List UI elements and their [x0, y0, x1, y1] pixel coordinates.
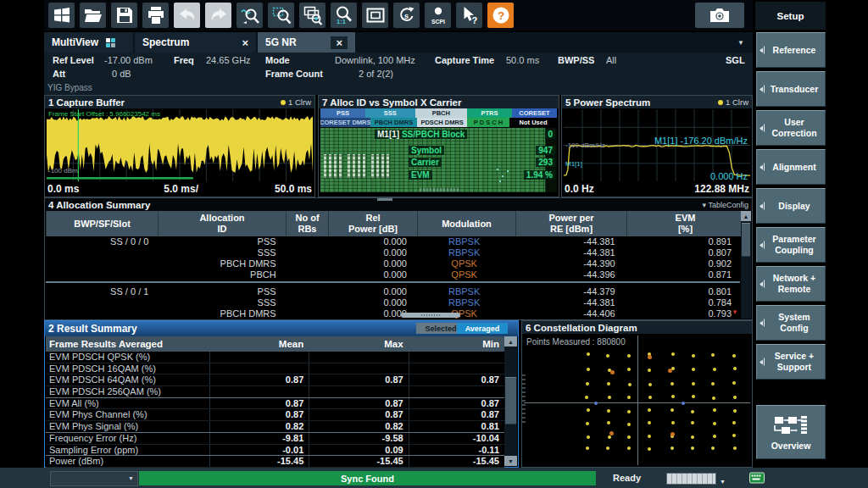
alloc-legend: PSSSSSPBCHPTRSCORESET CORESET DMRSPBCH D… [320, 108, 557, 127]
table-config-button[interactable]: ▾ TableConfig [703, 201, 748, 209]
table-row[interactable]: SSS0.000RBPSK-44.3810.807 [46, 247, 740, 258]
scrollbar-thumb[interactable] [505, 377, 516, 424]
marker-m1-label[interactable]: M1[1] [565, 160, 582, 168]
softkey-system-config[interactable]: System Config [756, 305, 826, 341]
fullscreen-icon[interactable] [362, 3, 388, 28]
cell: EVM Phys Signal (%) [46, 421, 209, 432]
table-row[interactable]: PBCH0.000QPSK-44.3960.871 [46, 269, 740, 280]
multi-window-zoom-icon[interactable] [299, 3, 326, 28]
frame-count-value[interactable]: 2 of 2(2) [359, 69, 393, 79]
channel-tabs: MultiViewSpectrum×5G NR× [44, 32, 753, 53]
tab-spectrum[interactable]: Spectrum× [135, 32, 256, 53]
softkey-parameter-coupling[interactable]: Parameter Coupling [756, 227, 826, 263]
scroll-up-icon[interactable]: ▲ [504, 336, 517, 347]
horizontal-scrollbar-thumb[interactable] [401, 313, 460, 318]
capture-time-value[interactable]: 50.0 ms [506, 55, 539, 65]
freq-value[interactable]: 24.65 GHz [206, 55, 251, 65]
result-vertical-scrollbar[interactable]: ▲ ▼ [504, 336, 517, 466]
tab-5g-nr[interactable]: 5G NR× [258, 32, 355, 53]
cell: 0.87 [209, 409, 309, 420]
softkey-reference[interactable]: Reference [756, 32, 826, 68]
allocation-vertical-scrollbar[interactable]: ▲ [741, 211, 751, 319]
status-message-dropdown[interactable]: ▼ [50, 471, 138, 486]
scrollbar-thumb[interactable] [742, 223, 750, 257]
softkey-transducer[interactable]: Transducer [756, 71, 826, 107]
column-header: Modulation [417, 211, 515, 236]
cell: SSS [157, 297, 284, 308]
result-row[interactable]: Sampling Error (ppm)-0.010.09-0.11 [46, 445, 504, 457]
result-row[interactable]: EVM Phys Signal (%)0.820.820.81 [46, 421, 504, 433]
measurement-progress-bar [666, 473, 716, 485]
tab-close-icon[interactable]: × [331, 36, 348, 49]
cell: Sampling Error (ppm) [46, 445, 209, 456]
constellation-title-bar: 6 Constellation Diagram [522, 321, 752, 334]
result-row[interactable]: EVM PDSCH 256QAM (%) [46, 386, 504, 398]
save-icon[interactable] [111, 3, 137, 28]
mode-value[interactable]: Downlink, 100 MHz [335, 55, 415, 65]
table-row[interactable]: SS / 0 / 0PSS0.000RBPSK-44.3810.891 [46, 236, 740, 247]
result-row[interactable]: EVM PDSCH 16QAM (%) [46, 363, 504, 375]
scroll-down-icon[interactable]: ▼ [504, 456, 517, 466]
zoom-1to1-icon[interactable]: 1:1 [331, 3, 357, 28]
scpi-recorder-icon[interactable]: SCPI [425, 3, 451, 28]
trace-label: 1 Clrw [288, 97, 311, 107]
att-value[interactable]: 0 dB [112, 69, 131, 79]
result-row[interactable]: EVM PDSCH QPSK (%) [46, 352, 504, 363]
averaged-view-button[interactable]: Averaged [457, 323, 508, 334]
zoom-trace-icon[interactable] [236, 3, 263, 28]
constellation-point [587, 408, 590, 412]
cell: 0.000 [326, 269, 415, 280]
alloc-grid-plot[interactable]: M1[1] SS/PBCH Block0Symbol947Carrier293E… [320, 128, 557, 192]
result-row[interactable]: Power (dBm)-15.45-15.45-15.45 [46, 456, 504, 468]
constellation-point [648, 435, 651, 438]
open-file-icon[interactable] [80, 3, 106, 28]
legend-not-used: Not Used [509, 118, 557, 127]
table-row[interactable]: SS / 0 / 1PSS0.000RBPSK-44.3790.801 [46, 286, 740, 297]
windows-menu-icon[interactable] [48, 3, 75, 28]
cell: 0.87 [309, 409, 408, 420]
pane-drag-handle[interactable] [420, 188, 459, 191]
result-row[interactable]: Frequency Error (Hz)-9.81-9.58-10.04 [46, 433, 504, 445]
screenshot-camera-button[interactable] [695, 3, 744, 28]
redo-icon[interactable] [205, 3, 231, 28]
help-icon[interactable]: ? [487, 3, 514, 28]
softkey-alignment[interactable]: Alignment [756, 149, 826, 185]
softkey-network-remote[interactable]: Network + Remote [756, 266, 826, 302]
tab-multiview[interactable]: MultiView [44, 32, 133, 53]
trace-tag: 1 Clrw [718, 97, 748, 107]
softkey-service-support[interactable]: Service + Support [756, 344, 826, 380]
scroll-up-icon[interactable]: ▲ [741, 211, 751, 221]
table-row[interactable]: PBCH DMRS0.000QPSK-44.3900.902 [46, 258, 740, 269]
table-row[interactable]: SSS0.000RBPSK-44.3810.784 [46, 297, 740, 308]
tab-close-icon[interactable]: × [242, 37, 248, 48]
bwp-ss-value[interactable]: All [606, 55, 616, 65]
pane-drag-handle[interactable] [377, 198, 392, 201]
capture-buffer-plot[interactable]: Frame Start Offset : 5.966023542 ms -100… [47, 109, 313, 181]
zoom-area-icon[interactable] [268, 3, 294, 28]
undo-icon[interactable] [174, 3, 200, 28]
onscreen-keyboard-icon[interactable] [749, 472, 765, 487]
cell: 0.871 [624, 269, 740, 280]
print-icon[interactable] [142, 3, 169, 28]
context-help-icon[interactable]: ? [456, 3, 482, 28]
overview-softkey[interactable]: Overview [756, 405, 826, 459]
cell: -9.81 [209, 433, 309, 444]
sync-status-bar[interactable]: Sync Found ▼ [139, 471, 596, 485]
ref-level-value[interactable]: -17.00 dBm [104, 55, 153, 65]
result-row[interactable]: EVM All (%)0.870.870.87 [46, 398, 504, 410]
softkey-display[interactable]: Display [756, 188, 826, 224]
table-row[interactable]: PBCH DMRS0.000QPSK-44.4060.793 [46, 308, 740, 319]
sync-icon[interactable]: s [393, 3, 420, 28]
chevron-down-icon[interactable]: ▼ [737, 39, 744, 47]
power-spectrum-plot[interactable]: M1[1] -176.20 dBm/Hz 0.000 Hz -100 dBm/H… [564, 109, 750, 181]
table-config-label: TableConfig [708, 201, 748, 209]
result-row[interactable]: EVM Phys Channel (%)0.870.870.87 [46, 409, 504, 421]
cell: -0.11 [409, 445, 504, 456]
softkey-user-correction[interactable]: User Correction [756, 110, 826, 146]
constellation-point [628, 383, 632, 386]
allocation-table-body: SS / 0 / 0PSS0.000RBPSK-44.3810.891SSS0.… [46, 236, 740, 319]
cell [285, 269, 327, 280]
result-row[interactable]: EVM PDSCH 64QAM (%)0.870.870.87 [46, 374, 504, 386]
cell [285, 297, 327, 308]
pane-splitter-handle[interactable] [522, 374, 526, 423]
